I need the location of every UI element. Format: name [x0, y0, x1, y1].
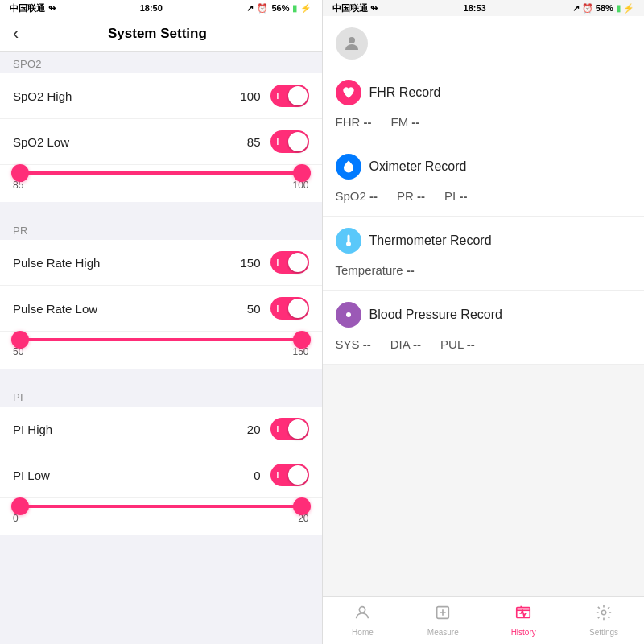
- bp-dia: DIA --: [390, 337, 421, 351]
- svg-point-2: [360, 607, 365, 613]
- pi-group: PI High 20 PI Low 0: [0, 407, 322, 535]
- bp-icon: [336, 302, 361, 328]
- pr-high-toggle[interactable]: [270, 251, 309, 274]
- spo2-slider-track[interactable]: [13, 171, 309, 175]
- gap-1: [0, 202, 322, 218]
- svg-point-5: [601, 610, 606, 615]
- time-left: 18:50: [140, 3, 163, 13]
- thermometer-record-card[interactable]: Thermometer Record Temperature --: [323, 217, 645, 291]
- right-status-left: ↗ ⏰ 56% ▮ ⚡: [246, 3, 312, 14]
- alarm-icon-right: ⏰: [582, 3, 593, 13]
- pr-slider-labels: 50 150: [13, 346, 309, 357]
- bp-sys: SYS --: [336, 337, 371, 351]
- blood-pressure-record-card[interactable]: Blood Pressure Record SYS -- DIA -- PUL …: [323, 291, 645, 365]
- pr-slider-fill: [13, 338, 309, 341]
- section-header-pr: PR: [0, 218, 322, 240]
- carrier-right: 中国联通: [332, 3, 368, 13]
- tab-settings-label: Settings: [589, 628, 618, 637]
- pi-low-row: PI Low 0: [0, 452, 322, 498]
- spo2-high-row: SpO2 High 100: [0, 73, 322, 119]
- pi-high-row: PI High 20: [0, 407, 322, 452]
- tab-history[interactable]: History: [483, 604, 564, 637]
- profile-area[interactable]: [323, 16, 645, 68]
- pr-slider-track[interactable]: [13, 338, 309, 341]
- time-right: 18:53: [464, 3, 486, 13]
- bp-title: Blood Pressure Record: [369, 308, 502, 322]
- spo2-low-toggle[interactable]: [270, 130, 309, 153]
- tab-settings[interactable]: Settings: [564, 604, 644, 637]
- bp-data: SYS -- DIA -- PUL --: [323, 332, 645, 364]
- pi-slider-fill: [13, 505, 309, 508]
- spo2-slider-labels: 85 100: [13, 180, 309, 191]
- battery-indicator-left: ▮: [292, 3, 297, 14]
- battery-indicator-right: ▮: [616, 3, 621, 13]
- spo2-high-toggle[interactable]: [270, 85, 309, 107]
- pr-high-toggle-knob: [288, 253, 308, 272]
- thermometer-temp: Temperature --: [336, 263, 415, 277]
- left-panel: 中国联通 ↬ 18:50 ↗ ⏰ 56% ▮ ⚡ ‹ System Settin…: [0, 0, 322, 644]
- wifi-icon-left: ↬: [48, 3, 56, 14]
- alarm-icon-left: ⏰: [257, 3, 268, 14]
- pi-high-toggle[interactable]: [270, 418, 309, 440]
- pi-high-toggle-knob: [288, 419, 308, 439]
- spo2-high-label: SpO2 High: [13, 89, 240, 103]
- pr-slider-row: 50 150: [0, 332, 322, 369]
- pr-low-label: Pulse Rate Low: [13, 302, 247, 316]
- oximeter-pi: PI --: [444, 189, 467, 203]
- spo2-slider-thumb-left[interactable]: [11, 164, 29, 182]
- right-status-right: ↗ ⏰ 58% ▮ ⚡: [572, 3, 634, 14]
- spo2-low-row: SpO2 Low 85: [0, 119, 322, 165]
- oximeter-record-card[interactable]: Oximeter Record SpO2 -- PR -- PI --: [323, 142, 645, 217]
- fhr-title: FHR Record: [369, 85, 441, 100]
- tab-measure-label: Measure: [427, 628, 459, 637]
- tab-bar: Home Measure History: [323, 596, 645, 644]
- avatar: [336, 27, 368, 60]
- oximeter-icon: [336, 154, 361, 180]
- bp-pul: PUL --: [440, 337, 475, 351]
- back-button[interactable]: ‹: [13, 23, 19, 44]
- pr-low-toggle[interactable]: [270, 297, 309, 320]
- pr-low-row: Pulse Rate Low 50: [0, 286, 322, 332]
- section-header-pi: PI: [0, 385, 322, 407]
- oximeter-title: Oximeter Record: [369, 159, 467, 174]
- spo2-low-toggle-knob: [288, 132, 308, 151]
- thermometer-icon: [336, 228, 361, 254]
- tab-measure[interactable]: Measure: [402, 604, 483, 637]
- right-content: FHR Record FHR -- FM -- Oximeter Record …: [323, 16, 645, 596]
- oximeter-record-header: Oximeter Record: [323, 142, 645, 184]
- fhr-fhr: FHR --: [336, 115, 372, 129]
- pi-low-toggle[interactable]: [270, 464, 309, 486]
- spo2-high-toggle-knob: [288, 86, 308, 105]
- thermometer-title: Thermometer Record: [369, 233, 492, 248]
- pi-slider-thumb-left[interactable]: [11, 497, 29, 515]
- carrier-left: 中国联通: [10, 2, 45, 14]
- thermometer-data: Temperature --: [323, 258, 645, 290]
- oximeter-data: SpO2 -- PR -- PI --: [323, 184, 645, 216]
- pr-slider-thumb-left[interactable]: [11, 331, 29, 349]
- settings-icon: [595, 604, 613, 626]
- spo2-group: SpO2 High 100 SpO2 Low 85: [0, 73, 322, 202]
- history-icon: [514, 604, 532, 626]
- fhr-data: FHR -- FM --: [323, 110, 645, 142]
- page-title: System Setting: [25, 26, 289, 42]
- tab-history-label: History: [511, 628, 536, 637]
- fhr-icon: [336, 80, 361, 105]
- home-icon: [353, 604, 371, 626]
- spo2-low-label: SpO2 Low: [13, 135, 247, 149]
- spo2-high-value: 100: [240, 89, 260, 103]
- fhr-record-card[interactable]: FHR Record FHR -- FM --: [323, 68, 645, 142]
- pi-slider-track[interactable]: [13, 505, 309, 508]
- bp-record-header: Blood Pressure Record: [323, 291, 645, 332]
- pr-slider-thumb-right[interactable]: [293, 331, 311, 349]
- pr-low-toggle-knob: [288, 299, 308, 318]
- gap-2: [0, 369, 322, 385]
- spo2-low-value: 85: [247, 135, 261, 149]
- spo2-slider-thumb-right[interactable]: [293, 164, 311, 182]
- fhr-fm: FM --: [391, 115, 420, 129]
- pi-slider-thumb-right[interactable]: [293, 497, 311, 515]
- section-header-spo2: SPO2: [0, 52, 322, 73]
- oximeter-pr: PR --: [397, 189, 425, 203]
- right-status-bar: 中国联通 ↬ 18:53 ↗ ⏰ 58% ▮ ⚡: [323, 0, 645, 16]
- tab-home[interactable]: Home: [323, 604, 403, 637]
- pi-slider-row: 0 20: [0, 498, 322, 535]
